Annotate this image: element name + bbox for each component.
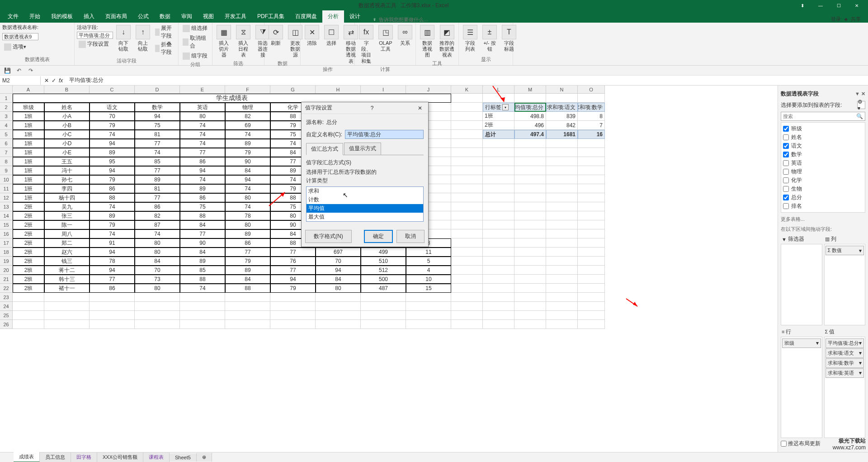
- data-cell[interactable]: 77: [270, 266, 316, 275]
- cell[interactable]: [546, 193, 578, 202]
- data-cell[interactable]: 76: [270, 257, 316, 266]
- row-header[interactable]: 15: [0, 220, 13, 229]
- cell[interactable]: [270, 293, 316, 302]
- active-field-input[interactable]: [77, 32, 113, 39]
- col-header[interactable]: N: [546, 86, 578, 94]
- filter-area[interactable]: [781, 244, 822, 325]
- cell[interactable]: [514, 166, 546, 175]
- data-cell[interactable]: 赵六: [44, 248, 90, 257]
- cell[interactable]: 5: [406, 257, 451, 266]
- cell[interactable]: [578, 238, 605, 248]
- pivot-total-val[interactable]: 497.4: [514, 130, 546, 139]
- field-item[interactable]: 化学: [783, 176, 863, 185]
- cell[interactable]: [483, 311, 514, 320]
- row-header[interactable]: 23: [0, 293, 13, 302]
- data-cell[interactable]: 褚十一: [44, 284, 90, 293]
- cell[interactable]: [483, 238, 514, 248]
- name-box[interactable]: M2: [0, 76, 41, 85]
- field-checkbox[interactable]: [783, 195, 789, 200]
- data-cell[interactable]: 89: [225, 266, 270, 275]
- ribbon-tab-5[interactable]: 公式: [132, 10, 154, 23]
- field-checkbox[interactable]: [783, 177, 789, 183]
- cell[interactable]: [483, 211, 514, 220]
- pivot-name-input[interactable]: [2, 33, 38, 40]
- col-header[interactable]: C: [90, 86, 135, 94]
- field-list[interactable]: 班级姓名语文数学英语物理化学生物总分排名: [781, 122, 865, 213]
- expand-field-button[interactable]: 展开字段: [153, 24, 176, 40]
- cell[interactable]: [316, 311, 361, 320]
- ok-button[interactable]: 确定: [364, 230, 393, 243]
- cell[interactable]: [578, 184, 605, 193]
- data-cell[interactable]: 89: [90, 148, 135, 157]
- cell[interactable]: [578, 284, 605, 293]
- data-cell[interactable]: 94: [90, 266, 135, 275]
- cell[interactable]: [546, 229, 578, 238]
- cell[interactable]: [578, 148, 605, 157]
- cell[interactable]: [483, 284, 514, 293]
- cell[interactable]: [514, 248, 546, 257]
- formula-input[interactable]: 平均值项:总分: [66, 76, 868, 85]
- cell[interactable]: [578, 166, 605, 175]
- row-header[interactable]: 18: [0, 248, 13, 257]
- cell[interactable]: [451, 293, 483, 302]
- values-area[interactable]: 平均值项:总分▾求和项:语文▾求和项:数学▾求和项:英语▾: [824, 337, 866, 438]
- cell[interactable]: [316, 293, 361, 302]
- data-cell[interactable]: 冯十: [44, 166, 90, 175]
- cell[interactable]: 11: [406, 248, 451, 257]
- data-cell[interactable]: 74: [90, 202, 135, 211]
- data-cell[interactable]: 86: [90, 284, 135, 293]
- data-cell[interactable]: 88: [90, 193, 135, 202]
- data-cell[interactable]: 94: [90, 248, 135, 257]
- cell[interactable]: [546, 257, 578, 266]
- ribbon-tab-3[interactable]: 插入: [78, 10, 100, 23]
- cell[interactable]: [514, 139, 546, 148]
- ribbon-tab-7[interactable]: 审阅: [176, 10, 198, 23]
- field-item[interactable]: 数学: [783, 150, 863, 159]
- data-cell[interactable]: 77: [180, 229, 225, 238]
- col-header[interactable]: G: [270, 86, 316, 94]
- row-header[interactable]: 2: [0, 103, 13, 112]
- data-cell[interactable]: 82: [135, 211, 180, 220]
- data-cell[interactable]: 86: [225, 238, 270, 248]
- cell[interactable]: [514, 293, 546, 302]
- sheet-tab[interactable]: 成绩表: [14, 452, 40, 462]
- cell[interactable]: [514, 257, 546, 266]
- data-cell[interactable]: 74: [180, 121, 225, 130]
- refresh-button[interactable]: ⟳刷新: [267, 24, 285, 47]
- data-cell[interactable]: 90: [180, 238, 225, 248]
- cell[interactable]: [483, 266, 514, 275]
- cell[interactable]: [578, 211, 605, 220]
- data-cell[interactable]: 81: [135, 130, 180, 139]
- data-cell[interactable]: 80: [135, 238, 180, 248]
- cell[interactable]: [316, 320, 361, 329]
- pivot-row[interactable]: 1班: [483, 112, 514, 121]
- ribbon-tab-12[interactable]: 分析: [322, 10, 344, 23]
- ribbon-tab-4[interactable]: 页面布局: [100, 10, 132, 23]
- cell[interactable]: [270, 302, 316, 311]
- pivot-total-val[interactable]: 16: [578, 130, 605, 139]
- data-cell[interactable]: 小B: [44, 121, 90, 130]
- cell[interactable]: [270, 311, 316, 320]
- field-checkbox[interactable]: [783, 203, 789, 209]
- data-cell[interactable]: 77: [270, 248, 316, 257]
- cell[interactable]: [578, 202, 605, 211]
- ungroup-button[interactable]: 取消组合: [181, 34, 210, 50]
- data-cell[interactable]: 2班: [13, 266, 44, 275]
- data-cell[interactable]: 74: [90, 229, 135, 238]
- cell[interactable]: [451, 238, 483, 248]
- data-cell[interactable]: 85: [180, 266, 225, 275]
- cell[interactable]: [483, 139, 514, 148]
- data-cell[interactable]: 小E: [44, 148, 90, 157]
- cell[interactable]: [578, 94, 605, 103]
- field-checkbox[interactable]: [783, 169, 789, 175]
- area-item[interactable]: 求和项:数学▾: [826, 358, 864, 368]
- cell[interactable]: [578, 257, 605, 266]
- tell-me[interactable]: ♀: [373, 16, 447, 23]
- cell[interactable]: [483, 148, 514, 157]
- recommend-button[interactable]: ◩推荐的数据透视表: [438, 24, 456, 59]
- cell[interactable]: [90, 311, 135, 320]
- cell[interactable]: [546, 139, 578, 148]
- row-header[interactable]: 11: [0, 184, 13, 193]
- select-all[interactable]: [0, 86, 13, 94]
- data-cell[interactable]: 82: [225, 112, 270, 121]
